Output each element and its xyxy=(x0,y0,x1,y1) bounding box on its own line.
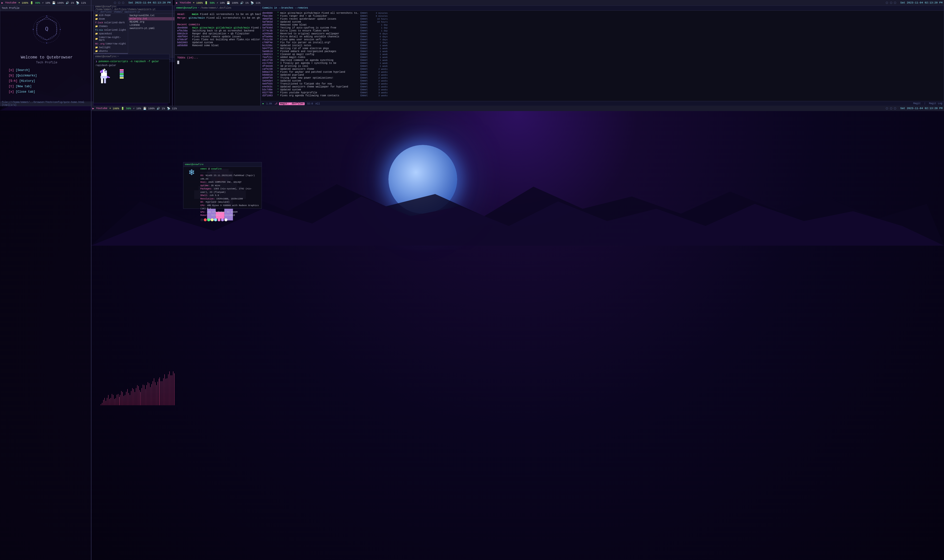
neo-header: emmet@snowfire xyxy=(184,162,262,167)
svg-point-11 xyxy=(60,29,61,30)
vis-bar xyxy=(124,397,125,405)
poke-name-line: rapidash-galar xyxy=(94,64,170,67)
vis-bar xyxy=(167,378,167,405)
svg-point-10 xyxy=(33,29,34,30)
svg-rect-25 xyxy=(107,76,108,78)
vis-bar xyxy=(164,376,164,405)
volume-left: 🔊 1% xyxy=(66,1,74,5)
qute-menu-closetab[interactable]: [x] [Close tab] xyxy=(8,90,86,94)
fm-header: emmet@snowfire: /home/emmet/.dotfiles/th… xyxy=(94,6,177,11)
fm-file-polarity[interactable]: polarity.txt xyxy=(128,17,176,20)
magit-log-item: a2659e0 * Reverted to original uwunicorn… xyxy=(262,32,942,35)
tray-icons-left: ⬡ ⬡ ⬡ xyxy=(114,1,124,5)
tray-icons-right: ⬡ ⬡ ⬡ xyxy=(886,1,896,5)
app-name-left: Youtube xyxy=(5,1,17,4)
svg-rect-16 xyxy=(101,73,107,76)
magit-footer-right: Magit | Magit Log xyxy=(913,102,942,105)
vis-bar xyxy=(139,388,139,405)
svg-rect-17 xyxy=(100,76,107,78)
vis-bar xyxy=(113,393,113,405)
brightness-left: ☀ 100% xyxy=(19,1,28,5)
magit-log-item: af5a90a * Extra detail on adding unstabl… xyxy=(262,35,942,38)
fm-file-uwunicorn-yaml[interactable]: uwunicorn-yt.yaml xyxy=(128,27,176,30)
qute-menu-history[interactable]: [S-h] [History] xyxy=(8,79,86,83)
fm-item-tomorrow-dark[interactable]: 📁tomorrow-night-dark xyxy=(94,35,128,42)
neo-host: Host: ASUS COMPUTER INC. G513QY xyxy=(201,181,260,184)
vis-bar xyxy=(122,390,122,405)
fm-item-themes[interactable]: 📁themes xyxy=(94,25,128,28)
magit-log-item: cafe230 * Updated uwunicorn theme Emmet … xyxy=(262,68,942,71)
neo-packages: Packages: 1303 (nix-system), 2782 (nix-u… xyxy=(201,188,260,194)
vis-bar xyxy=(136,388,136,405)
vis-bar xyxy=(123,396,124,405)
magit-log-item: a955656 * Removed some bloat Emmet 1 day xyxy=(262,23,942,26)
vis-bar xyxy=(102,403,102,405)
magit-log-item: 5a60b19 * Pinned embark and reorganized … xyxy=(262,50,942,53)
fm-item-reorg[interactable]: RE-.orgtomorrow-night xyxy=(94,42,128,46)
fm-item-flock[interactable]: f-locksolarized-dark xyxy=(94,21,128,25)
vis-bar xyxy=(163,379,163,405)
vis-bar xyxy=(151,384,152,405)
mem-bottom: 💾 100% xyxy=(143,107,155,110)
fm-file-readme[interactable]: README.org xyxy=(128,20,176,23)
vis-bar xyxy=(131,391,131,405)
magit-log-item: e4e563c * Updated uwunicorn theme wallpa… xyxy=(262,86,942,88)
neo-user-at-host: emmet @ snowfire xyxy=(201,168,260,171)
app-icon-bottom: ▶ xyxy=(93,107,94,110)
fm-item-doom[interactable]: 📁doom xyxy=(94,17,128,21)
svg-text:Q: Q xyxy=(45,26,48,32)
poke-name: rapidash-galar xyxy=(96,64,116,67)
neo-header-title: emmet@snowfire xyxy=(185,163,204,166)
svg-rect-27 xyxy=(109,77,110,78)
vis-bar xyxy=(147,385,147,405)
app-name-right: Youtube xyxy=(180,1,191,4)
magit-log-item: 3774c3b * Extra lines to ensure flakes w… xyxy=(262,29,942,32)
magit-log-item: e1c7253 * I finally got agenda + syncthi… xyxy=(262,62,942,65)
brightness-bottom: ☀ 100% xyxy=(110,107,119,110)
fm-file-license[interactable]: LICENSE xyxy=(128,23,176,27)
neo-shell: Shell: zsh 5.9 xyxy=(201,194,260,197)
vis-bar xyxy=(134,391,134,405)
battery-left: 🔋 99% xyxy=(30,1,40,5)
fm-item-aldhope[interactable]: 📁ald-hope xyxy=(94,14,128,17)
vis-bar xyxy=(137,385,137,405)
magit-footer-buffer: magit: .dotfiles xyxy=(279,102,305,105)
svg-rect-22 xyxy=(100,71,101,73)
fm-right-panel: background256.txt polarity.txt README.or… xyxy=(128,14,177,57)
fm-item-flnix[interactable]: fl-nixsolarized-light xyxy=(94,28,128,32)
mem-left: 💾 100% xyxy=(52,1,64,5)
neo-de: DE: Hyprland (Wayland) xyxy=(201,201,260,204)
fm-item-ubuntu[interactable]: 📁ubuntu xyxy=(94,49,128,53)
qute-content: Welcome to Qutebrowser Tech Profile [o] … xyxy=(0,48,93,100)
magit-footer-left: ● 1.0k ⎇ magit: .dotfiles 32:0 All xyxy=(262,102,320,105)
poke-color-palette xyxy=(120,69,123,78)
vis-bar xyxy=(173,371,173,405)
magit-log-item: b3c7d0e * Updated system Emmet 3 weeks xyxy=(262,88,942,91)
fm-item-twilight[interactable]: 📁twilight xyxy=(94,46,128,49)
qute-menu-newtab[interactable]: [t] [New tab] xyxy=(8,84,86,89)
vis-bar xyxy=(109,397,109,405)
qute-menu-quickmarks[interactable]: [b] [Quickmarks] xyxy=(8,74,86,78)
vis-bar xyxy=(101,404,101,405)
datetime-left: Sat 2023-11-04 02:13:20 PM xyxy=(128,1,171,4)
fm-file-bg256[interactable]: background256.txt xyxy=(128,14,176,17)
qutebrowser-panel: Tech Profile Q Welcome to Qutebrowser Te… xyxy=(0,5,93,106)
fm-item-spacedust[interactable]: 📁spacedust xyxy=(94,32,128,35)
vis-bar xyxy=(117,395,117,405)
todos-header: TODOs (14)... xyxy=(177,56,258,59)
fm-body: 📁ald-hope 📁doom f-locksolarized-dark 📁th… xyxy=(94,14,177,57)
vis-bar xyxy=(143,385,143,405)
neo-color-2 xyxy=(204,218,207,221)
magit-log-item: b600010 * Updated pyprland Emmet 2 weeks xyxy=(262,74,942,76)
magit-panel: Commits in --branches --remotes dee0888 … xyxy=(261,5,944,106)
qute-menu-search[interactable]: [o] [Search] xyxy=(8,68,86,72)
vis-bar xyxy=(147,384,148,405)
vis-bar xyxy=(106,401,106,405)
datetime-bottom: Sat 2023-11-04 02:13:20 PM xyxy=(900,107,942,110)
magit-log-item: d3f1983 * Fixes org agenda following roa… xyxy=(262,94,942,97)
vis-bar xyxy=(173,373,173,405)
app-name-bottom: Youtube xyxy=(96,107,108,110)
vis-bar xyxy=(145,387,145,405)
vis-bar xyxy=(148,381,149,405)
neofetch-panel: emmet@snowfire ❄ emmet @ snowfire ------… xyxy=(183,162,262,209)
